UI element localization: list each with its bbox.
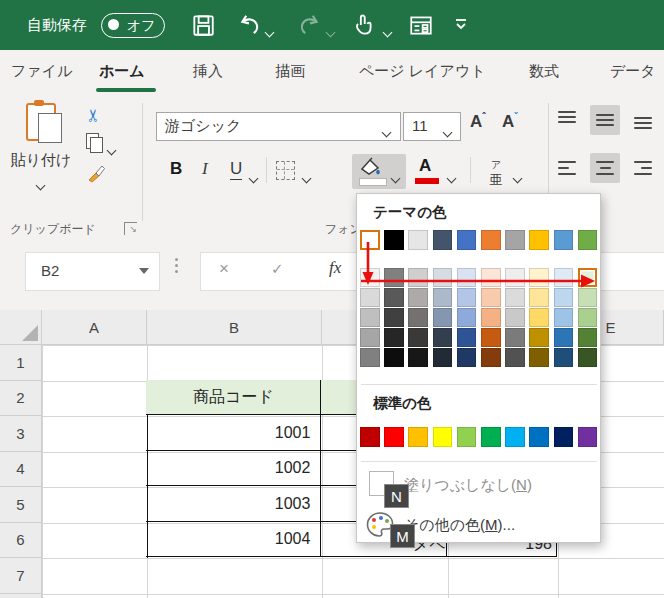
variant-swatch[interactable] bbox=[384, 328, 404, 347]
variant-swatch[interactable] bbox=[481, 268, 501, 287]
touch-mode-icon[interactable] bbox=[350, 12, 376, 38]
variant-swatch[interactable] bbox=[554, 288, 574, 307]
variant-swatch[interactable] bbox=[554, 308, 574, 327]
fill-color-button[interactable] bbox=[352, 154, 406, 189]
variant-swatch[interactable] bbox=[529, 348, 549, 367]
touch-mode-dropdown-icon[interactable] bbox=[384, 22, 391, 40]
variant-swatch[interactable] bbox=[578, 288, 598, 307]
variant-swatch[interactable] bbox=[505, 288, 525, 307]
enter-icon[interactable]: ✓ bbox=[271, 260, 284, 278]
standard-color-swatch[interactable] bbox=[554, 427, 574, 447]
variant-swatch[interactable] bbox=[457, 328, 477, 347]
variant-swatch[interactable] bbox=[529, 328, 549, 347]
phonetic-dropdown-icon[interactable] bbox=[514, 168, 521, 186]
variant-swatch[interactable] bbox=[481, 308, 501, 327]
variant-swatch[interactable] bbox=[433, 348, 453, 367]
theme-color-swatch[interactable] bbox=[433, 230, 453, 250]
variant-swatch[interactable] bbox=[408, 308, 428, 327]
variant-swatch[interactable] bbox=[578, 268, 598, 287]
standard-color-swatch[interactable] bbox=[529, 427, 549, 447]
variant-swatch[interactable] bbox=[578, 348, 598, 367]
cell-b5[interactable]: 1003 bbox=[146, 486, 321, 522]
font-size-dropdown-icon[interactable] bbox=[444, 122, 451, 140]
variant-swatch[interactable] bbox=[529, 288, 549, 307]
font-color-dropdown-icon[interactable] bbox=[448, 168, 455, 186]
variant-swatch[interactable] bbox=[408, 328, 428, 347]
underline-button[interactable]: U bbox=[230, 159, 242, 180]
variant-swatch[interactable] bbox=[457, 348, 477, 367]
copy-dropdown-icon[interactable] bbox=[108, 140, 115, 158]
increase-font-size-button[interactable]: Aˆ bbox=[470, 111, 486, 132]
variant-swatch[interactable] bbox=[554, 348, 574, 367]
variant-swatch[interactable] bbox=[457, 288, 477, 307]
align-right-button[interactable] bbox=[628, 153, 658, 183]
name-box[interactable]: B2 bbox=[25, 252, 160, 291]
tab-draw[interactable]: 描画 bbox=[275, 62, 305, 81]
row-header-6[interactable]: 6 bbox=[0, 523, 42, 559]
theme-color-swatch[interactable] bbox=[457, 230, 477, 250]
theme-color-swatch[interactable] bbox=[578, 230, 598, 250]
variant-swatch[interactable] bbox=[505, 348, 525, 367]
tab-home[interactable]: ホーム bbox=[99, 62, 145, 81]
align-top-button[interactable] bbox=[552, 105, 582, 135]
row-header-5[interactable]: 5 bbox=[0, 487, 42, 523]
borders-dropdown-icon[interactable] bbox=[303, 168, 310, 186]
standard-color-swatch[interactable] bbox=[578, 427, 598, 447]
theme-color-swatch[interactable] bbox=[554, 230, 574, 250]
redo-dropdown-icon[interactable] bbox=[327, 22, 334, 40]
align-center-button[interactable] bbox=[590, 153, 620, 183]
tab-file[interactable]: ファイル bbox=[11, 62, 72, 81]
theme-color-swatch[interactable] bbox=[360, 230, 380, 250]
insert-function-icon[interactable]: fx bbox=[329, 258, 341, 278]
variant-swatch[interactable] bbox=[360, 348, 380, 367]
variant-swatch[interactable] bbox=[505, 328, 525, 347]
align-bottom-button[interactable] bbox=[628, 105, 658, 135]
column-header-B[interactable]: B bbox=[147, 310, 322, 345]
bold-button[interactable]: B bbox=[170, 159, 182, 179]
column-header-A[interactable]: A bbox=[42, 310, 147, 345]
cut-icon[interactable]: ✂ bbox=[83, 108, 104, 122]
paste-dropdown-icon[interactable] bbox=[37, 175, 44, 193]
font-size-combo[interactable]: 11 bbox=[403, 112, 461, 141]
standard-color-swatch[interactable] bbox=[384, 427, 404, 447]
variant-swatch[interactable] bbox=[554, 328, 574, 347]
align-middle-button[interactable] bbox=[590, 105, 620, 135]
phonetic-guide-button[interactable]: ア 亜 bbox=[486, 155, 506, 187]
variant-swatch[interactable] bbox=[481, 348, 501, 367]
customize-toolbar-icon[interactable] bbox=[452, 14, 470, 38]
variant-swatch[interactable] bbox=[481, 288, 501, 307]
variant-swatch[interactable] bbox=[529, 308, 549, 327]
variant-swatch[interactable] bbox=[384, 268, 404, 287]
cell-b2-product-code-header[interactable]: 商品コード bbox=[146, 380, 321, 416]
undo-dropdown-icon[interactable] bbox=[266, 22, 273, 40]
font-name-combo[interactable]: 游ゴシック bbox=[156, 112, 401, 141]
variant-swatch[interactable] bbox=[578, 328, 598, 347]
theme-color-swatch[interactable] bbox=[505, 230, 525, 250]
variant-swatch[interactable] bbox=[505, 308, 525, 327]
tab-insert[interactable]: 挿入 bbox=[193, 62, 223, 81]
cancel-icon[interactable]: × bbox=[219, 259, 229, 279]
font-name-dropdown-icon[interactable] bbox=[383, 122, 390, 140]
variant-swatch[interactable] bbox=[433, 268, 453, 287]
align-left-button[interactable] bbox=[552, 153, 582, 183]
borders-button[interactable] bbox=[276, 161, 295, 180]
row-header-8[interactable] bbox=[0, 594, 42, 598]
variant-swatch[interactable] bbox=[554, 268, 574, 287]
tab-page-layout[interactable]: ページ レイアウト bbox=[359, 62, 486, 81]
clipboard-dialog-launcher-icon[interactable]: ↘ bbox=[124, 222, 137, 235]
variant-swatch[interactable] bbox=[408, 348, 428, 367]
layout-icon[interactable] bbox=[408, 12, 434, 38]
variant-swatch[interactable] bbox=[384, 348, 404, 367]
format-painter-icon[interactable] bbox=[86, 161, 108, 187]
save-icon[interactable] bbox=[190, 12, 216, 38]
theme-color-swatch[interactable] bbox=[529, 230, 549, 250]
variant-swatch[interactable] bbox=[433, 328, 453, 347]
variant-swatch[interactable] bbox=[505, 268, 525, 287]
variant-swatch[interactable] bbox=[408, 288, 428, 307]
variant-swatch[interactable] bbox=[360, 288, 380, 307]
row-header-3[interactable]: 3 bbox=[0, 416, 42, 452]
variant-swatch[interactable] bbox=[360, 308, 380, 327]
cell-b6[interactable]: 1004 bbox=[146, 522, 321, 558]
paste-button[interactable]: 貼り付け bbox=[10, 101, 72, 193]
decrease-font-size-button[interactable]: Aˇ bbox=[502, 111, 518, 132]
